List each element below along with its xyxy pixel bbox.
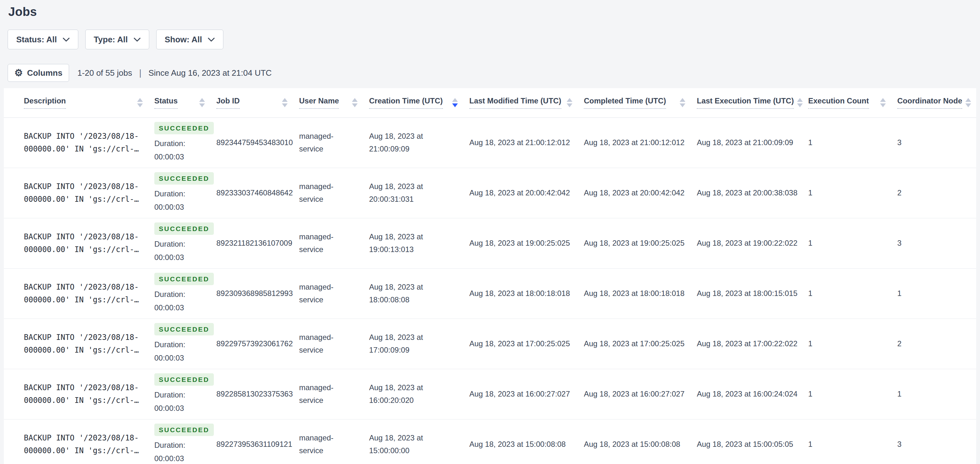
- cell-last-modified-time: Aug 18, 2023 at 17:00:25:025: [469, 319, 584, 369]
- column-header-execution-count[interactable]: Execution Count: [808, 88, 897, 118]
- cell-status: SUCCEEDED Duration: 00:00:03: [154, 218, 216, 268]
- cell-user-name: managed-service: [299, 268, 369, 319]
- description-line1: BACKUP INTO '/2023/08/18-: [24, 381, 143, 394]
- cell-job-id: 892321182136107009: [216, 218, 299, 268]
- cell-user-name: managed-service: [299, 218, 369, 268]
- user-name: managed-service: [299, 281, 344, 306]
- cell-creation-time: Aug 18, 2023 at 21:00:09:09: [369, 118, 469, 168]
- table-row: BACKUP INTO '/2023/08/18- 000000.00' IN …: [4, 218, 976, 268]
- table-header-row: Description Status Job ID User Name: [4, 88, 976, 118]
- cell-description: BACKUP INTO '/2023/08/18- 000000.00' IN …: [4, 268, 154, 319]
- status-filter-dropdown[interactable]: Status: All: [8, 30, 78, 49]
- sort-down-icon: [966, 104, 971, 107]
- user-name: managed-service: [299, 130, 344, 155]
- type-filter-dropdown[interactable]: Type: All: [85, 30, 149, 49]
- cell-description: BACKUP INTO '/2023/08/18- 000000.00' IN …: [4, 319, 154, 369]
- cell-completed-time: Aug 18, 2023 at 16:00:27:027: [584, 369, 697, 419]
- results-summary: 1-20 of 55 jobs | Since Aug 16, 2023 at …: [77, 68, 272, 78]
- cell-job-id: 892309368985812993: [216, 268, 299, 319]
- cell-coordinator-node: 3: [897, 118, 976, 168]
- sort-down-icon: [797, 104, 803, 107]
- sort-up-icon: [282, 98, 288, 102]
- description-line2: 000000.00' IN 'gs://crl-…: [24, 243, 143, 256]
- sort-down-icon: [282, 104, 288, 107]
- duration-value: 00:00:03: [154, 402, 205, 415]
- description-line1: BACKUP INTO '/2023/08/18-: [24, 281, 143, 293]
- creation-time: Aug 18, 2023 at 17:00:09:09: [369, 331, 433, 356]
- status-badge: SUCCEEDED: [154, 172, 214, 185]
- cell-description: BACKUP INTO '/2023/08/18- 000000.00' IN …: [4, 118, 154, 168]
- table-body: BACKUP INTO '/2023/08/18- 000000.00' IN …: [4, 118, 976, 464]
- cell-last-execution-time: Aug 18, 2023 at 18:00:15:015: [697, 268, 808, 319]
- sort-up-icon: [199, 98, 205, 102]
- cell-job-id: 892285813023375363: [216, 369, 299, 419]
- cell-status: SUCCEEDED Duration: 00:00:03: [154, 319, 216, 369]
- chevron-down-icon: [208, 38, 215, 42]
- column-header-label: Coordinator Node: [897, 96, 962, 109]
- status-badge: SUCCEEDED: [154, 323, 214, 335]
- cell-creation-time: Aug 18, 2023 at 15:00:00:00: [369, 419, 469, 464]
- cell-creation-time: Aug 18, 2023 at 19:00:13:013: [369, 218, 469, 268]
- column-header-creation-time-utc[interactable]: Creation Time (UTC): [369, 88, 469, 118]
- user-name: managed-service: [299, 331, 344, 356]
- sort-up-icon: [567, 98, 573, 102]
- duration-label: Duration:: [154, 187, 205, 201]
- chevron-down-icon: [63, 38, 70, 42]
- description-line1: BACKUP INTO '/2023/08/18-: [24, 180, 143, 193]
- cell-coordinator-node: 3: [897, 419, 976, 464]
- cell-last-execution-time: Aug 18, 2023 at 21:00:09:09: [697, 118, 808, 168]
- cell-last-modified-time: Aug 18, 2023 at 16:00:27:027: [469, 369, 584, 419]
- cell-completed-time: Aug 18, 2023 at 19:00:25:025: [584, 218, 697, 268]
- column-header-status[interactable]: Status: [154, 88, 216, 118]
- cell-description: BACKUP INTO '/2023/08/18- 000000.00' IN …: [4, 218, 154, 268]
- cell-last-modified-time: Aug 18, 2023 at 20:00:42:042: [469, 168, 584, 218]
- column-header-last-execution-time-utc[interactable]: Last Execution Time (UTC): [697, 88, 808, 118]
- column-header-description[interactable]: Description: [4, 88, 154, 118]
- column-header-job-id[interactable]: Job ID: [216, 88, 299, 118]
- column-header-coordinator-node[interactable]: Coordinator Node: [897, 88, 976, 118]
- columns-button[interactable]: ⚙ Columns: [8, 64, 69, 82]
- sort-up-icon: [966, 98, 971, 102]
- sort-arrows-icon: [679, 98, 686, 107]
- cell-completed-time: Aug 18, 2023 at 15:00:08:08: [584, 419, 697, 464]
- cell-completed-time: Aug 18, 2023 at 18:00:18:018: [584, 268, 697, 319]
- column-header-completed-time-utc[interactable]: Completed Time (UTC): [584, 88, 697, 118]
- sort-up-icon: [452, 98, 458, 102]
- cell-execution-count: 1: [808, 268, 897, 319]
- cell-user-name: managed-service: [299, 168, 369, 218]
- duration-label: Duration:: [154, 338, 205, 351]
- column-header-label: Creation Time (UTC): [369, 96, 443, 109]
- duration-label: Duration:: [154, 438, 205, 452]
- cell-execution-count: 1: [808, 218, 897, 268]
- cell-execution-count: 1: [808, 319, 897, 369]
- duration-label: Duration:: [154, 388, 205, 402]
- table-row: BACKUP INTO '/2023/08/18- 000000.00' IN …: [4, 369, 976, 419]
- cell-status: SUCCEEDED Duration: 00:00:03: [154, 168, 216, 218]
- cell-description: BACKUP INTO '/2023/08/18- 000000.00' IN …: [4, 419, 154, 464]
- duration-label: Duration:: [154, 137, 205, 150]
- cell-execution-count: 1: [808, 168, 897, 218]
- column-header-label: Last Execution Time (UTC): [697, 96, 794, 109]
- table-row: BACKUP INTO '/2023/08/18- 000000.00' IN …: [4, 268, 976, 319]
- sort-up-icon: [880, 98, 886, 102]
- show-filter-dropdown[interactable]: Show: All: [156, 30, 223, 49]
- sort-arrows-icon: [452, 98, 458, 107]
- column-header-last-modified-time-utc[interactable]: Last Modified Time (UTC): [469, 88, 584, 118]
- table-row: BACKUP INTO '/2023/08/18- 000000.00' IN …: [4, 419, 976, 464]
- description-line2: 000000.00' IN 'gs://crl-…: [24, 193, 143, 206]
- cell-coordinator-node: 1: [897, 268, 976, 319]
- cell-creation-time: Aug 18, 2023 at 16:00:20:020: [369, 369, 469, 419]
- cell-creation-time: Aug 18, 2023 at 17:00:09:09: [369, 319, 469, 369]
- description-line1: BACKUP INTO '/2023/08/18-: [24, 230, 143, 243]
- cell-status: SUCCEEDED Duration: 00:00:03: [154, 268, 216, 319]
- table-row: BACKUP INTO '/2023/08/18- 000000.00' IN …: [4, 319, 976, 369]
- sort-down-icon: [199, 104, 205, 107]
- sort-down-icon: [137, 104, 143, 107]
- cell-user-name: managed-service: [299, 118, 369, 168]
- cell-last-modified-time: Aug 18, 2023 at 15:00:08:08: [469, 419, 584, 464]
- column-header-user-name[interactable]: User Name: [299, 88, 369, 118]
- columns-button-label: Columns: [27, 68, 62, 78]
- creation-time: Aug 18, 2023 at 21:00:09:09: [369, 130, 433, 155]
- duration-value: 00:00:03: [154, 351, 205, 365]
- description-line2: 000000.00' IN 'gs://crl-…: [24, 444, 143, 457]
